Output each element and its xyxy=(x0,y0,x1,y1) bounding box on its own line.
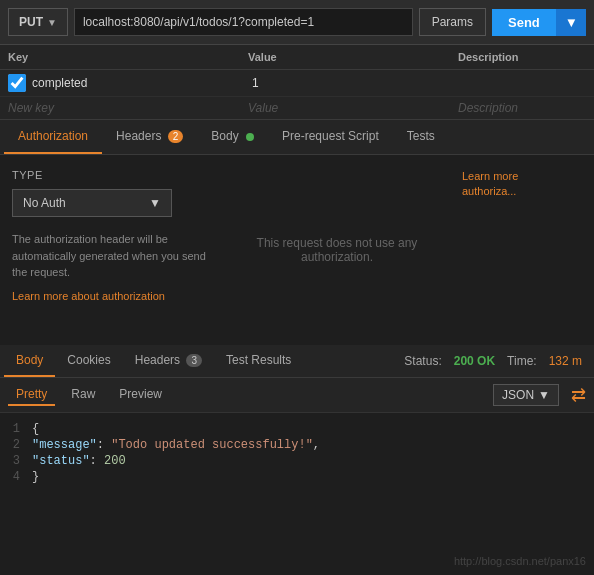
format-type-select[interactable]: JSON ▼ xyxy=(493,384,559,406)
placeholder-desc: Description xyxy=(458,101,586,115)
auth-dropdown-chevron-icon: ▼ xyxy=(149,196,161,210)
format-select-value: JSON xyxy=(502,388,534,402)
method-chevron-icon: ▼ xyxy=(47,17,57,28)
line-number: 1 xyxy=(0,422,32,436)
col-desc-header: Description xyxy=(458,51,586,63)
auth-right-link[interactable]: Learn more authoriza... xyxy=(462,169,582,200)
row-value: 1 xyxy=(252,76,462,90)
auth-center-text: This request does not use any authorizat… xyxy=(232,169,442,331)
placeholder-row: New key Value Description xyxy=(0,97,594,119)
json-brace: { xyxy=(32,422,39,436)
json-brace: } xyxy=(32,470,39,484)
body-dot-icon xyxy=(246,133,254,141)
auth-info-text: The authorization header will be automat… xyxy=(12,231,212,281)
line-content: } xyxy=(32,470,39,484)
tab-authorization[interactable]: Authorization xyxy=(4,120,102,154)
params-header: Key Value Description xyxy=(0,45,594,70)
auth-section: TYPE No Auth ▼ The authorization header … xyxy=(0,155,594,345)
json-string: "Todo updated successfully!" xyxy=(111,438,313,452)
format-select-chevron-icon: ▼ xyxy=(538,388,550,402)
json-key: "status" xyxy=(32,454,90,468)
json-plain: : xyxy=(90,454,104,468)
url-input[interactable] xyxy=(74,8,413,36)
response-tab-test-results[interactable]: Test Results xyxy=(214,345,303,377)
row-key: completed xyxy=(32,76,252,90)
status-code: 200 OK xyxy=(454,354,495,368)
tab-pre-request[interactable]: Pre-request Script xyxy=(268,120,393,154)
col-key-header: Key xyxy=(8,51,248,63)
line-number: 2 xyxy=(0,438,32,452)
tab-tests[interactable]: Tests xyxy=(393,120,449,154)
response-tab-headers[interactable]: Headers 3 xyxy=(123,345,214,377)
code-line: 4} xyxy=(0,469,594,485)
headers-badge: 2 xyxy=(168,130,184,143)
json-key: "message" xyxy=(32,438,97,452)
tab-headers[interactable]: Headers 2 xyxy=(102,120,197,154)
placeholder-value: Value xyxy=(248,101,458,115)
auth-type-label: TYPE xyxy=(12,169,212,181)
json-plain: , xyxy=(313,438,320,452)
wrap-icon[interactable]: ⇄ xyxy=(571,384,586,406)
response-tab-body[interactable]: Body xyxy=(4,345,55,377)
response-tab-cookies[interactable]: Cookies xyxy=(55,345,122,377)
method-label: PUT xyxy=(19,15,43,29)
code-line: 1{ xyxy=(0,421,594,437)
placeholder-key: New key xyxy=(8,101,248,115)
col-value-header: Value xyxy=(248,51,458,63)
format-tab-pretty[interactable]: Pretty xyxy=(8,384,55,406)
format-bar: Pretty Raw Preview JSON ▼ ⇄ xyxy=(0,378,594,413)
json-plain: : xyxy=(97,438,111,452)
status-bar: Status: 200 OK Time: 132 m xyxy=(404,354,590,368)
tab-body[interactable]: Body xyxy=(197,120,268,154)
time-value: 132 m xyxy=(549,354,582,368)
code-area: 1{2 "message": "Todo updated successfull… xyxy=(0,413,594,493)
status-label: Status: xyxy=(404,354,441,368)
line-content: "status": 200 xyxy=(32,454,126,468)
code-line: 2 "message": "Todo updated successfully!… xyxy=(0,437,594,453)
params-button[interactable]: Params xyxy=(419,8,486,36)
time-label: Time: xyxy=(507,354,537,368)
format-tab-preview[interactable]: Preview xyxy=(111,384,170,406)
code-line: 3 "status": 200 xyxy=(0,453,594,469)
auth-dropdown-value: No Auth xyxy=(23,196,66,210)
format-tab-raw[interactable]: Raw xyxy=(63,384,103,406)
auth-left: TYPE No Auth ▼ The authorization header … xyxy=(12,169,212,331)
send-container: Send ▼ xyxy=(492,9,586,36)
params-table: Key Value Description completed 1 New ke… xyxy=(0,45,594,120)
json-number: 200 xyxy=(104,454,126,468)
auth-right: Learn more authoriza... xyxy=(462,169,582,331)
send-button[interactable]: Send xyxy=(492,9,556,36)
request-tabs: Authorization Headers 2 Body Pre-request… xyxy=(0,120,594,155)
response-tabs: Body Cookies Headers 3 Test Results Stat… xyxy=(0,345,594,378)
send-dropdown-button[interactable]: ▼ xyxy=(556,9,586,36)
url-bar: PUT ▼ Params Send ▼ xyxy=(0,0,594,45)
auth-learn-link[interactable]: Learn more about authorization xyxy=(12,290,165,302)
line-content: { xyxy=(32,422,39,436)
line-number: 3 xyxy=(0,454,32,468)
method-dropdown[interactable]: PUT ▼ xyxy=(8,8,68,36)
line-number: 4 xyxy=(0,470,32,484)
auth-type-dropdown[interactable]: No Auth ▼ xyxy=(12,189,172,217)
response-headers-badge: 3 xyxy=(186,354,202,367)
table-row: completed 1 xyxy=(0,70,594,97)
line-content: "message": "Todo updated successfully!", xyxy=(32,438,320,452)
row-checkbox[interactable] xyxy=(8,74,26,92)
